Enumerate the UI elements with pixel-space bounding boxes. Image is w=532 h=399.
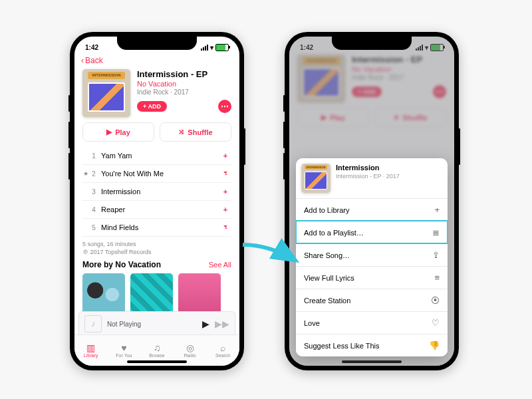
menu-add-to-library[interactable]: Add to Library+ [296,199,448,221]
sheet-title: Intermission [336,164,400,172]
back-button[interactable]: ‹ Back [81,56,103,65]
forward-icon[interactable]: ▶▶ [215,319,229,329]
track-row[interactable]: 5Mind Fields [82,219,231,237]
shelf-item[interactable] [130,273,173,316]
star-icon: ★ [82,170,89,177]
album-title: Intermission - EP [137,69,231,79]
tab-label: Browse [149,353,164,358]
track-row[interactable]: 4Reaper+ [82,201,231,219]
signal-icon [201,45,208,51]
tab-library[interactable]: ▥Library [74,335,108,366]
tab-icon: ⌕ [220,343,225,352]
menu-create-station[interactable]: Create Station⦿ [296,289,448,311]
tab-label: Radio [184,353,196,358]
tab-label: Search [215,353,230,358]
track-name: You're Not With Me [98,170,219,178]
more-button[interactable]: ⋯ [218,100,231,113]
track-name: Yam Yam [98,152,219,160]
tab-label: For You [116,353,132,358]
track-row[interactable]: ★2You're Not With Me [82,165,231,183]
menu-label: Love [304,319,320,327]
shelf-item[interactable] [82,273,125,316]
add-button[interactable]: + ADD [137,101,167,112]
menu-label: View Full Lyrics [304,274,354,282]
track-row[interactable]: 1Yam Yam+ [82,147,231,165]
tab-icon: ♥ [121,343,126,352]
shuffle-icon: ⤮ [178,128,184,136]
play-button[interactable]: ▶Play [82,122,154,142]
add-track-icon[interactable]: + [219,152,231,160]
track-row[interactable]: 3Intermission+ [82,183,231,201]
wifi-icon: ▾ [210,44,213,51]
play-icon[interactable]: ▶ [202,319,209,329]
menu-label: Share Song… [304,251,350,259]
now-playing-bar[interactable]: ♪ Not Playing ▶ ▶▶ [78,311,235,336]
menu-icon: ≣ [432,227,440,237]
action-sheet: INTERMISSION Intermission Intermission -… [296,158,448,356]
menu-icon: ⇪ [432,250,440,260]
menu-icon: 👎 [429,340,440,350]
now-playing-label: Not Playing [107,321,197,328]
menu-suggest-less-like-this[interactable]: Suggest Less Like This👎 [296,334,448,356]
track-number: 1 [89,152,98,160]
menu-icon: + [434,205,440,215]
phone-action-sheet: 1:42 ▾ INTERMISSION Intermission - EP No… [285,32,459,370]
see-all-link[interactable]: See All [209,261,231,269]
track-count: 5 songs, 16 minutes [82,241,231,249]
menu-label: Add to Library [304,206,349,214]
add-track-icon[interactable]: + [219,188,231,196]
play-icon: ▶ [106,128,112,136]
battery-icon [215,44,229,51]
track-number: 3 [89,188,98,196]
copyright: ℗ 2017 Topshelf Records [82,249,231,257]
menu-love[interactable]: Love♡ [296,311,448,334]
tab-icon: ◎ [186,343,194,352]
album-artist[interactable]: No Vacation [137,80,231,88]
menu-icon: ⦿ [431,295,440,305]
chevron-left-icon: ‹ [81,56,84,65]
annotation-arrow [239,239,306,275]
shelf-item[interactable] [178,273,221,316]
tab-icon: ♫ [154,343,161,352]
tab-search[interactable]: ⌕Search [206,335,239,366]
menu-share-song[interactable]: Share Song…⇪ [296,243,448,266]
menu-label: Add to a Playlist… [304,229,364,237]
sheet-header: INTERMISSION Intermission Intermission -… [296,158,448,199]
sheet-subtitle: Intermission - EP · 2017 [336,173,400,180]
add-track-icon[interactable]: + [219,205,231,213]
album-art[interactable]: INTERMISSION [82,69,130,117]
menu-add-to-a-playlist[interactable]: Add to a Playlist…≣ [296,221,448,243]
menu-icon: ≡ [434,273,440,283]
track-number: 5 [89,224,98,231]
tab-icon: ▥ [86,343,95,352]
sheet-art: INTERMISSION [301,164,331,193]
more-by-heading: More by No Vacation [82,260,161,269]
track-name: Reaper [98,205,219,213]
track-name: Intermission [98,188,219,196]
menu-view-full-lyrics[interactable]: View Full Lyrics≡ [296,266,448,289]
menu-icon: ♡ [432,318,440,328]
home-indicator[interactable] [127,360,187,363]
album-genre: Indie Rock · 2017 [137,88,231,96]
track-name: Mind Fields [98,223,219,231]
status-time: 1:42 [85,44,98,51]
track-number: 2 [89,170,98,178]
menu-label: Create Station [304,297,350,305]
track-list: 1Yam Yam+★2You're Not With Me3Intermissi… [74,147,239,237]
back-label: Back [85,56,103,65]
now-playing-art: ♪ [84,315,102,332]
menu-label: Suggest Less Like This [304,342,380,350]
tab-label: Library [84,353,98,358]
home-indicator[interactable] [342,360,402,363]
phone-album-view: 1:42 ▾ ‹ Back INTERMISSION [70,32,244,370]
shuffle-button[interactable]: ⤮Shuffle [160,122,231,142]
track-number: 4 [89,206,98,213]
